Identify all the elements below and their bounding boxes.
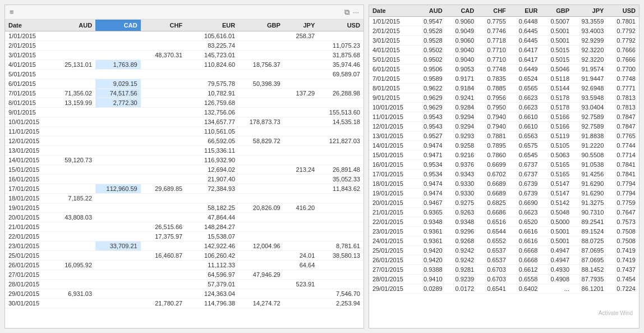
- table-cell: 0.9365: [414, 208, 446, 217]
- left-col-eur[interactable]: EUR: [186, 20, 238, 31]
- table-cell: 0.6699: [477, 160, 509, 170]
- left-col-date[interactable]: Date: [5, 20, 50, 31]
- table-cell: 47,946.29: [238, 270, 284, 280]
- table-cell: 12,004.96: [238, 241, 284, 251]
- table-cell: 0.9040: [446, 45, 478, 55]
- table-cell: 72,384.93: [186, 184, 238, 194]
- left-table-wrapper[interactable]: Date AUD CAD CHF EUR GBP JPY USD 1/01/20…: [5, 20, 364, 328]
- table-row: 8/01/20150.96220.91840.78850.65650.51449…: [369, 84, 639, 93]
- table-cell: 106,260.42: [186, 251, 238, 261]
- table-cell: 0.5144: [541, 84, 573, 93]
- table-cell: [238, 261, 284, 270]
- table-cell: 0.9474: [414, 189, 446, 198]
- table-cell: 89.1524: [573, 227, 607, 236]
- table-cell: 0.5105: [541, 141, 573, 150]
- table-cell: 0.5001: [541, 26, 573, 36]
- table-cell: 93.4003: [573, 26, 607, 36]
- right-col-eur[interactable]: EUR: [509, 5, 541, 17]
- table-cell: 87.0695: [573, 246, 607, 256]
- table-cell: 15/01/2015: [369, 150, 414, 160]
- table-cell: [186, 70, 238, 79]
- table-cell: 0.9467: [414, 198, 446, 208]
- table-cell: 0.9528: [414, 26, 446, 36]
- table-cell: 21/01/2015: [369, 208, 414, 217]
- table-cell: 0.5147: [541, 189, 573, 198]
- table-cell: [284, 136, 319, 146]
- right-col-gbp[interactable]: GBP: [541, 5, 573, 17]
- table-cell: [284, 79, 319, 89]
- table-cell: 6/01/2015: [369, 65, 414, 74]
- table-cell: 11,843.62: [318, 184, 364, 194]
- table-cell: [50, 41, 96, 51]
- table-cell: 0.6668: [509, 246, 541, 256]
- table-cell: 0.9040: [446, 55, 478, 65]
- table-cell: 0.6739: [509, 179, 541, 189]
- table-cell: 10,782.91: [186, 89, 238, 98]
- table-cell: 0.6610: [509, 122, 541, 131]
- left-col-jpy[interactable]: JPY: [284, 20, 319, 31]
- table-cell: 23/01/2015: [369, 227, 414, 236]
- table-cell: 74,517.56: [95, 89, 141, 98]
- table-cell: 0.9242: [446, 246, 478, 256]
- right-col-cad[interactable]: CAD: [446, 5, 478, 17]
- table-cell: [318, 156, 364, 165]
- ellipsis-icon[interactable]: ···: [353, 8, 359, 16]
- table-cell: 57,379.01: [186, 280, 238, 289]
- table-cell: 92.6948: [573, 84, 607, 93]
- table-row: 3/01/20150.95280.90600.77180.64450.50019…: [369, 36, 639, 45]
- table-cell: [50, 136, 96, 146]
- table-cell: 0.7508: [607, 227, 639, 236]
- right-col-usd[interactable]: USD: [607, 5, 639, 17]
- table-cell: [95, 251, 141, 261]
- table-cell: 12,694.02: [186, 165, 238, 175]
- right-col-date[interactable]: Date: [369, 5, 414, 17]
- left-col-cad[interactable]: CAD: [95, 20, 141, 31]
- right-table-wrapper[interactable]: Date AUD CAD CHF EUR GBP JPY USD 1/01/20…: [369, 5, 639, 328]
- table-cell: [50, 51, 96, 60]
- table-cell: [50, 203, 96, 213]
- table-cell: [238, 184, 284, 194]
- table-row: 20/01/20150.94670.92750.68250.66900.5142…: [369, 198, 639, 208]
- table-cell: [141, 241, 186, 251]
- right-col-aud[interactable]: AUD: [414, 5, 446, 17]
- table-row: 29/01/20150.02890.01720.65410.6402...86.…: [369, 284, 639, 294]
- table-cell: 26,891.48: [318, 165, 364, 175]
- table-cell: 91.9574: [573, 65, 607, 74]
- table-row: 3/01/201548,370.31145,723.0131,875.68: [5, 51, 364, 60]
- table-cell: 0.7813: [607, 93, 639, 103]
- hamburger-icon[interactable]: ≡: [10, 8, 14, 16]
- table-row: 11/01/2015110,561.05: [5, 127, 364, 136]
- table-cell: [284, 146, 319, 156]
- left-col-gbp[interactable]: GBP: [238, 20, 284, 31]
- table-cell: 0.6703: [477, 265, 509, 275]
- left-col-aud[interactable]: AUD: [50, 20, 96, 31]
- table-cell: 13/01/2015: [369, 131, 414, 141]
- left-col-chf[interactable]: CHF: [141, 20, 186, 31]
- right-col-jpy[interactable]: JPY: [573, 5, 607, 17]
- table-cell: 148,284.27: [186, 222, 238, 232]
- left-col-usd[interactable]: USD: [318, 20, 364, 31]
- table-cell: [50, 127, 96, 136]
- table-cell: 0.9060: [446, 36, 478, 45]
- table-cell: 21,780.27: [141, 299, 186, 308]
- table-cell: 91.0538: [573, 160, 607, 170]
- table-cell: 21,907.40: [186, 175, 238, 184]
- table-cell: 0.7746: [477, 26, 509, 36]
- table-cell: 0.4908: [541, 275, 573, 284]
- right-col-chf[interactable]: CHF: [477, 5, 509, 17]
- table-cell: 69,589.07: [318, 70, 364, 79]
- table-cell: [284, 60, 319, 70]
- table-cell: [284, 194, 319, 203]
- table-cell: 0.7940: [477, 122, 509, 131]
- table-cell: 0.9534: [414, 170, 446, 179]
- table-cell: 59,120.73: [50, 156, 96, 165]
- table-cell: 0.9420: [414, 246, 446, 256]
- resize-icon[interactable]: ⧉: [344, 8, 349, 17]
- table-row: 11/01/20150.95430.92940.79400.66100.5166…: [369, 112, 639, 122]
- table-cell: [284, 98, 319, 108]
- table-cell: 7/01/2015: [5, 89, 50, 98]
- table-cell: 0.7792: [607, 26, 639, 36]
- table-cell: 0.6825: [477, 198, 509, 208]
- table-cell: [238, 232, 284, 241]
- table-cell: [238, 175, 284, 184]
